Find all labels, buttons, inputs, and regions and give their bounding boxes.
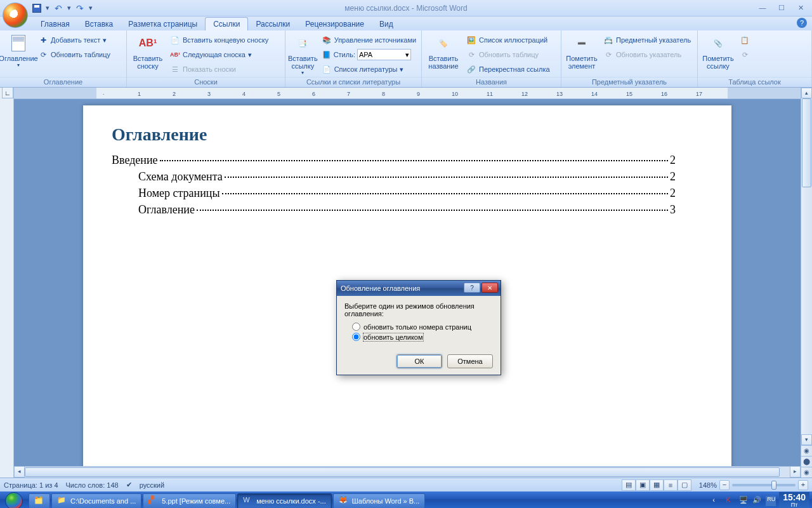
- status-proofing-icon[interactable]: ✔: [126, 481, 132, 489]
- redo-icon[interactable]: ↷: [75, 3, 85, 13]
- scroll-down-button[interactable]: ▾: [801, 434, 812, 445]
- view-buttons: ▤ ▣ ▦ ≡ ▢: [622, 479, 691, 491]
- dialog-title-bar[interactable]: Обновление оглавления ? ✕: [337, 281, 501, 296]
- taskbar-explorer[interactable]: 🗂️: [29, 493, 50, 508]
- status-words[interactable]: Число слов: 148: [66, 481, 119, 489]
- scroll-up-button[interactable]: ▴: [801, 88, 812, 98]
- tab-page-layout[interactable]: Разметка страницы: [121, 18, 205, 30]
- tab-insert[interactable]: Вставка: [77, 18, 121, 30]
- full-screen-view[interactable]: ▣: [636, 479, 650, 491]
- prev-page-button[interactable]: ◉: [801, 445, 812, 456]
- mark-citation-button[interactable]: 📎 Пометить ссылку: [700, 32, 736, 76]
- tab-review[interactable]: Рецензирование: [298, 18, 372, 30]
- print-layout-view[interactable]: ▤: [622, 479, 636, 491]
- mark-entry-button[interactable]: ➖ Пометить элемент: [564, 32, 599, 76]
- status-language[interactable]: русский: [140, 481, 164, 489]
- maximize-button[interactable]: ☐: [774, 2, 789, 13]
- quick-access-toolbar: ▾ ↶ ▾ ↷ ▾: [32, 3, 94, 13]
- status-page[interactable]: Страница: 1 из 4: [4, 481, 58, 489]
- table-of-figures-button[interactable]: 🖼️Список иллюстраций: [464, 33, 553, 47]
- zoom-slider[interactable]: [732, 484, 796, 486]
- tab-home[interactable]: Главная: [33, 18, 77, 30]
- group-toc-label: Оглавление: [0, 77, 126, 87]
- tray-network-icon[interactable]: 🖥️: [739, 496, 749, 506]
- minimize-button[interactable]: —: [755, 2, 770, 13]
- update-toc-button[interactable]: ⟳Обновить таблицу: [36, 48, 113, 62]
- horizontal-ruler[interactable]: ·1234567891011121314151617: [14, 88, 801, 99]
- office-button[interactable]: [3, 3, 28, 28]
- qat-undo-dropdown[interactable]: ▾: [66, 3, 72, 13]
- taskbar-documents[interactable]: 📁C:\Documents and ...: [51, 493, 141, 508]
- update-toa-button: ⟳: [737, 48, 752, 62]
- qat-customize-dropdown[interactable]: ▾: [88, 3, 94, 13]
- vscroll-thumb[interactable]: [802, 98, 811, 187]
- cancel-button[interactable]: Отмена: [447, 354, 493, 368]
- update-figures-button: ⟳Обновить таблицу: [464, 48, 553, 62]
- toc-entry[interactable]: Схема документа2: [112, 170, 676, 184]
- help-icon[interactable]: ?: [797, 18, 807, 28]
- insert-endnote-button[interactable]: 📄Вставить концевую сноску: [167, 33, 271, 47]
- radio-update-entire[interactable]: обновить целиком: [352, 333, 493, 341]
- dialog-close-button[interactable]: ✕: [481, 283, 498, 293]
- next-footnote-button[interactable]: AB¹Следующая сноска ▾: [167, 48, 271, 62]
- system-tray: ‹ K 🖥️ 🔊 RU 15:40Пт: [712, 492, 812, 508]
- tray-lang-icon[interactable]: RU: [766, 496, 776, 506]
- taskbar-firefox[interactable]: 🦊Шаблоны Word » В...: [333, 493, 426, 508]
- update-toc-dialog: Обновление оглавления ? ✕ Выберите один …: [336, 280, 501, 375]
- zoom-in-button[interactable]: +: [798, 480, 808, 490]
- tab-selector[interactable]: ∟: [2, 87, 13, 98]
- window-title: меню ссылки.docx - Microsoft Word: [344, 4, 467, 13]
- taskbar-ppt[interactable]: ▞5.ppt [Режим совме...: [143, 493, 236, 508]
- add-text-button[interactable]: ✚Добавить текст ▾: [36, 33, 113, 47]
- hscroll-thumb[interactable]: [25, 467, 780, 477]
- scroll-left-button[interactable]: ◂: [14, 466, 25, 478]
- cross-reference-button[interactable]: 🔗Перекрестная ссылка: [464, 62, 553, 76]
- radio-update-page-numbers[interactable]: обновить только номера страниц: [352, 323, 493, 331]
- horizontal-scrollbar[interactable]: ◂ ▸: [14, 466, 801, 478]
- update-icon: ⟳: [38, 50, 48, 60]
- outline-view[interactable]: ≡: [664, 479, 678, 491]
- sources-icon: 📚: [322, 35, 332, 45]
- next-page-button[interactable]: ◉: [801, 467, 812, 478]
- crossref-icon: 🔗: [466, 64, 476, 74]
- ok-button[interactable]: ОК: [396, 354, 442, 368]
- vertical-scrollbar[interactable]: ▴ ▾ ◉ ⬤ ◉: [801, 88, 812, 478]
- toc-button[interactable]: Оглавление ▾: [3, 32, 34, 76]
- toc-entry[interactable]: Номер страницы2: [112, 187, 676, 200]
- zoom-out-button[interactable]: −: [719, 480, 730, 490]
- tray-volume-icon[interactable]: 🔊: [752, 496, 763, 506]
- scroll-right-button[interactable]: ▸: [790, 466, 801, 478]
- start-button[interactable]: [0, 491, 28, 508]
- tray-expand-icon[interactable]: ‹: [712, 496, 723, 506]
- zoom-level[interactable]: 148%: [699, 481, 717, 489]
- close-button[interactable]: ✕: [793, 2, 808, 13]
- browse-object-button[interactable]: ⬤: [801, 456, 812, 467]
- taskbar-word[interactable]: Wменю ссылки.docx -...: [237, 493, 332, 508]
- web-layout-view[interactable]: ▦: [650, 479, 664, 491]
- qat-save-dropdown[interactable]: ▾: [44, 3, 51, 13]
- tab-mailings[interactable]: Рассылки: [248, 18, 298, 30]
- citation-style-select[interactable]: APA▾: [357, 49, 411, 60]
- save-icon[interactable]: [32, 3, 42, 13]
- tab-view[interactable]: Вид: [372, 18, 401, 30]
- manage-sources-button[interactable]: 📚Управление источниками: [319, 33, 419, 47]
- update-fig-icon: ⟳: [466, 50, 476, 60]
- insert-index-button[interactable]: 📇Предметный указатель: [601, 33, 693, 47]
- tray-av-icon[interactable]: K: [726, 496, 736, 506]
- ribbon: Оглавление ▾ ✚Добавить текст ▾ ⟳Обновить…: [0, 30, 812, 88]
- dialog-help-button[interactable]: ?: [464, 283, 480, 293]
- insert-citation-button[interactable]: 📑 Вставить ссылку ▾: [288, 32, 318, 76]
- bibliography-button[interactable]: 📄Список литературы ▾: [319, 62, 419, 76]
- undo-icon[interactable]: ↶: [53, 3, 63, 13]
- document-area[interactable]: Оглавление Введение2 Схема документа2 Но…: [14, 99, 801, 466]
- update-idx-icon: ⟳: [603, 50, 613, 60]
- insert-footnote-button[interactable]: AB¹ Вставить сноску: [129, 32, 166, 76]
- insert-caption-button[interactable]: 🏷️ Вставить название: [424, 32, 462, 76]
- draft-view[interactable]: ▢: [678, 479, 691, 491]
- workspace: ∟ ·1234567891011121314151617 Оглавление …: [0, 88, 812, 478]
- toc-entry[interactable]: Введение2: [112, 154, 676, 167]
- tab-references[interactable]: Ссылки: [205, 17, 248, 30]
- toc-entry[interactable]: Оглавление3: [112, 203, 676, 217]
- clock[interactable]: 15:40Пт: [779, 492, 809, 508]
- taskbar: 🗂️ 📁C:\Documents and ... ▞5.ppt [Режим с…: [0, 491, 812, 508]
